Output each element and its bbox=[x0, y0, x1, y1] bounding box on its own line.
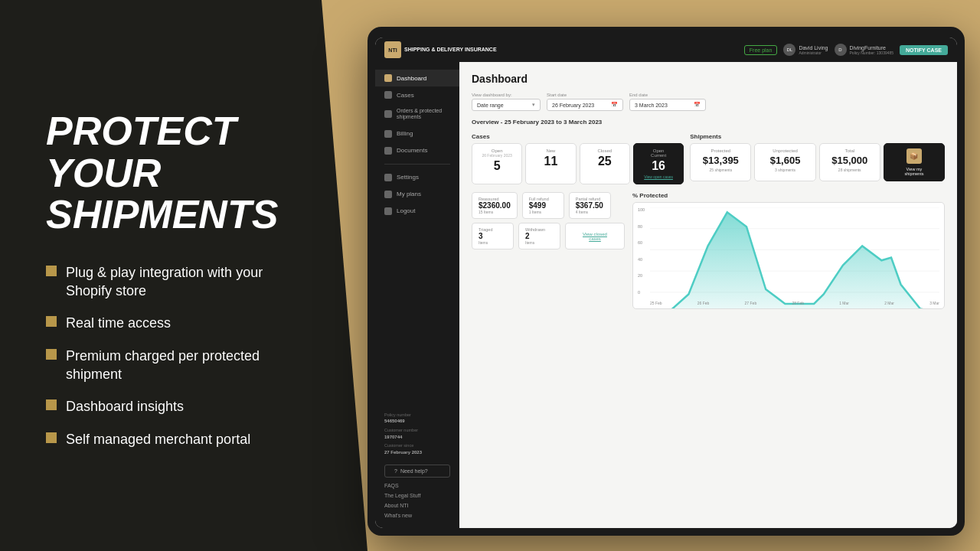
x-label-1mar: 1 Mar bbox=[839, 301, 849, 305]
faq-link[interactable]: FAQS bbox=[375, 481, 459, 491]
feature-item-3: Premium charged per protected shipment bbox=[46, 347, 291, 384]
dashboard-container: NTI SHIPPING & DELIVERY INSURANCE Free p… bbox=[368, 27, 965, 536]
user-name: David Living bbox=[799, 45, 828, 51]
cases-cards: Open 26 February 2023 5 New 11 bbox=[472, 143, 684, 184]
topbar-left: NTI SHIPPING & DELIVERY INSURANCE bbox=[384, 41, 497, 58]
withdrawn-count: Items bbox=[525, 240, 554, 245]
shipment-card-protected: Protected $13,395 25 shipments bbox=[690, 143, 751, 181]
sidebar-divider bbox=[384, 164, 450, 165]
triaged-count: Items bbox=[479, 240, 507, 245]
customer-since-value: 27 February 2023 bbox=[384, 449, 450, 455]
end-date-label: End date bbox=[629, 93, 706, 97]
left-panel: PROTECT YOUR SHIPMENTS Plug & play integ… bbox=[0, 0, 322, 551]
x-label-27feb: 27 Feb bbox=[745, 301, 757, 305]
protected-label: Protected bbox=[695, 148, 746, 153]
case-closed-label: Closed bbox=[585, 148, 625, 153]
start-date-input[interactable]: 26 February 2023 📅 bbox=[547, 99, 623, 111]
filter-select[interactable]: Date range ▾ bbox=[472, 99, 541, 111]
chevron-down-icon: ▾ bbox=[532, 102, 535, 108]
customer-number-value: 1970744 bbox=[384, 434, 450, 440]
feature-text-2: Real time access bbox=[66, 314, 171, 332]
refund-card-full: Full refund $499 1 Items bbox=[522, 192, 564, 219]
bullet-icon bbox=[46, 349, 57, 360]
about-link[interactable]: About NTI bbox=[375, 500, 459, 510]
customer-number-label: Customer number bbox=[384, 428, 450, 434]
dashboard-main: Dashboard View dashboard by: Date range … bbox=[459, 62, 957, 528]
policy-number-label: Policy number bbox=[384, 412, 450, 419]
sidebar-item-billing-label: Billing bbox=[397, 130, 413, 137]
sidebar-item-myplans[interactable]: My plans bbox=[375, 186, 459, 203]
case-card-open: Open 26 February 2023 5 bbox=[472, 143, 522, 184]
orders-icon bbox=[384, 110, 392, 118]
shipment-card-total: Total $15,000 28 shipments bbox=[819, 143, 880, 181]
bottom-grid: Reassured $2360.00 15 Items Full refund … bbox=[472, 192, 945, 517]
sidebar-item-documents-label: Documents bbox=[397, 147, 427, 154]
logout-icon bbox=[384, 207, 392, 215]
whats-new-link[interactable]: What's new bbox=[375, 510, 459, 520]
cases-section-title: Cases bbox=[472, 133, 684, 140]
plan-badge-label: Free plan bbox=[750, 47, 773, 53]
total-count: 28 shipments bbox=[825, 168, 875, 172]
chart-y-axis: 100 80 60 40 20 0 bbox=[638, 207, 645, 295]
feature-text-4: Dashboard insights bbox=[66, 397, 184, 416]
policy-footer: Policy number 54650469 Customer number 1… bbox=[384, 412, 450, 455]
right-panel: NTI SHIPPING & DELIVERY INSURANCE Free p… bbox=[322, 0, 980, 551]
overview-label: Overview - 25 February 2023 to 3 March 2… bbox=[472, 119, 945, 126]
calendar-icon: 📅 bbox=[611, 102, 618, 108]
full-refund-count: 1 Items bbox=[529, 210, 557, 214]
feature-text-1: Plug & play integration with your Shopif… bbox=[66, 263, 291, 301]
end-date-input[interactable]: 3 March 2023 📅 bbox=[629, 99, 706, 111]
feature-text-3: Premium charged per protected shipment bbox=[66, 347, 291, 384]
view-closed-link[interactable]: View closedcases bbox=[583, 232, 607, 241]
sidebar-item-settings[interactable]: Settings bbox=[375, 169, 459, 186]
x-label-3mar: 3 Mar bbox=[929, 301, 939, 305]
feature-item-4: Dashboard insights bbox=[46, 397, 291, 416]
reassured-count: 15 Items bbox=[479, 210, 511, 214]
sidebar-item-billing[interactable]: Billing bbox=[375, 126, 459, 142]
user-avatar: DL bbox=[783, 44, 795, 56]
sidebar-item-logout[interactable]: Logout bbox=[375, 203, 459, 220]
shipments-section: Shipments Protected $13,395 25 shipments… bbox=[690, 133, 945, 184]
chart-svg bbox=[650, 207, 939, 309]
refund-card-withdrawn: Withdrawn 2 Items bbox=[518, 223, 560, 249]
filter-select-value: Date range bbox=[477, 103, 504, 108]
shipment-icon: 📦 bbox=[906, 148, 922, 164]
filter-label: View dashboard by: bbox=[472, 93, 541, 97]
total-label: Total bbox=[825, 148, 875, 153]
settings-icon bbox=[384, 174, 392, 181]
withdrawn-value: 2 bbox=[525, 232, 554, 240]
view-closed-card[interactable]: View closedcases bbox=[565, 223, 625, 249]
company-details: DivingFurniture Policy Number: 13039485 bbox=[850, 45, 894, 55]
sidebar: Dashboard Cases Orders & protected shipm… bbox=[375, 62, 459, 528]
sidebar-item-orders[interactable]: Orders & protected shipments bbox=[375, 103, 459, 126]
sidebar-item-cases[interactable]: Cases bbox=[375, 86, 459, 103]
shipment-cards: Protected $13,395 25 shipments Unprotect… bbox=[690, 143, 945, 181]
need-help-button[interactable]: ? Need help? bbox=[384, 465, 450, 478]
company-avatar: D bbox=[835, 44, 847, 56]
protected-value: $13,395 bbox=[695, 155, 746, 166]
legal-link[interactable]: The Legal Stuff bbox=[375, 491, 459, 500]
need-help-icon: ? bbox=[394, 468, 397, 474]
sidebar-item-dashboard[interactable]: Dashboard bbox=[375, 70, 459, 86]
sidebar-item-documents[interactable]: Documents bbox=[375, 142, 459, 159]
y-label-60: 60 bbox=[638, 240, 645, 245]
full-refund-value: $499 bbox=[529, 201, 557, 210]
chart-x-axis: 25 Feb 26 Feb 27 Feb 28 Feb 1 Mar 2 Mar … bbox=[650, 301, 939, 305]
view-open-cases-link[interactable]: View open cases bbox=[639, 174, 678, 179]
refund-section: Reassured $2360.00 15 Items Full refund … bbox=[472, 192, 625, 517]
shipment-card-view[interactable]: 📦 View myshipments bbox=[884, 143, 945, 181]
nti-logo: NTI SHIPPING & DELIVERY INSURANCE bbox=[384, 41, 497, 58]
notify-case-button[interactable]: NOTIFY CASE bbox=[900, 45, 948, 55]
sidebar-item-settings-label: Settings bbox=[397, 174, 419, 181]
app-topbar: NTI SHIPPING & DELIVERY INSURANCE Free p… bbox=[375, 37, 957, 62]
case-new-label: New bbox=[531, 148, 570, 153]
case-current-label2: Current bbox=[639, 153, 678, 158]
reassured-value: $2360.00 bbox=[479, 201, 511, 210]
x-label-28feb: 28 Feb bbox=[792, 301, 804, 305]
filter-group-start: Start date 26 February 2023 📅 bbox=[547, 93, 623, 111]
y-label-20: 20 bbox=[638, 273, 645, 278]
plan-badge[interactable]: Free plan bbox=[744, 45, 778, 55]
partial-refund-count: 4 Items bbox=[576, 210, 604, 214]
feature-text-5: Self managed merchant portal bbox=[66, 430, 250, 448]
topbar-right: Free plan DL David Living Administrator … bbox=[744, 44, 948, 56]
